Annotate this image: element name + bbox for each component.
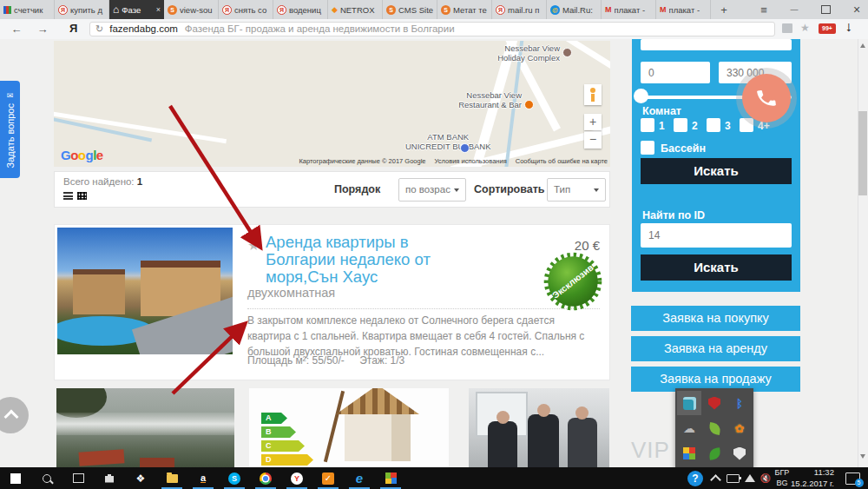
purchase-request-button[interactable]: Заявка на покупку	[631, 306, 800, 331]
pegman-icon	[591, 94, 595, 102]
address-bar[interactable]: fazendabg.com Фазенда БГ- продажа и арен…	[89, 22, 775, 36]
page-scrollbar[interactable]	[858, 39, 868, 467]
yandex-browser-button[interactable]: Y	[281, 467, 312, 489]
new-tab-button[interactable]	[713, 0, 734, 19]
scrollbar-thumb[interactable]	[858, 111, 867, 195]
chrome-button[interactable]	[250, 467, 281, 489]
listing-thumb-landscape[interactable]	[56, 388, 234, 467]
search-button[interactable]: Искать	[641, 158, 792, 184]
rooms-3-checkbox[interactable]	[707, 118, 720, 132]
tab-meta[interactable]: Метат те	[437, 0, 492, 19]
map-terms-link[interactable]: Условия использования	[435, 157, 507, 165]
back-icon[interactable]	[9, 22, 24, 36]
google-map[interactable]: Nessebar View Holiday Complex Nessebar V…	[54, 41, 610, 167]
price-min-input[interactable]	[641, 62, 710, 83]
pool-checkbox[interactable]	[641, 141, 654, 155]
rent-request-button[interactable]: Заявка на аренду	[631, 336, 800, 361]
ask-question-tab[interactable]: Задать вопрос	[0, 81, 20, 178]
tray-defender-icon[interactable]	[727, 441, 752, 466]
search-by-id-button[interactable]: Искать	[641, 254, 792, 281]
grid-view-icon[interactable]	[77, 192, 87, 200]
tab-netrox[interactable]: NETROX	[328, 0, 383, 19]
map-poi-icon[interactable]	[524, 100, 534, 109]
menu-icon[interactable]	[753, 0, 774, 19]
tab-viewsource[interactable]: view-sou	[164, 0, 219, 19]
list-view-icon[interactable]	[63, 192, 73, 200]
bookmark-star-icon[interactable]	[800, 22, 810, 34]
edge-button[interactable]: e	[344, 467, 375, 489]
tab-counter[interactable]: счетчик	[0, 0, 55, 19]
tray-antivirus-icon[interactable]	[702, 391, 727, 415]
tray-app-icon[interactable]	[677, 391, 701, 415]
tray-bluetooth-icon[interactable]: ᛒ	[727, 391, 752, 415]
type-select[interactable]: Тип	[547, 178, 606, 202]
id-input[interactable]	[641, 223, 792, 248]
minimize-button[interactable]	[784, 0, 805, 19]
rooms-2-checkbox[interactable]	[674, 118, 687, 132]
callback-phone-button[interactable]	[742, 74, 791, 122]
photo-roof	[79, 449, 125, 466]
yandex-logo-button[interactable]	[69, 22, 77, 35]
reload-icon[interactable]	[95, 23, 103, 35]
listing-thumb-energy-house[interactable]: A B C D	[249, 388, 449, 467]
action-center-button[interactable]: 5	[837, 467, 868, 489]
page-mode-icon[interactable]	[782, 23, 792, 33]
amazon-button[interactable]: a	[187, 467, 219, 489]
download-icon[interactable]	[846, 22, 852, 34]
battery-indicator[interactable]	[722, 467, 743, 489]
tasks-app-button[interactable]: ✓	[312, 467, 344, 489]
listing-thumb-business[interactable]	[469, 388, 609, 467]
tab-cms[interactable]: CMS Site	[383, 0, 437, 19]
taskbar-search[interactable]	[31, 467, 62, 489]
scrollbar-down-arrow[interactable]	[860, 454, 865, 459]
tray-flower-icon[interactable]: ✿	[727, 416, 752, 440]
pegman-streetview-control[interactable]	[584, 84, 602, 105]
amazon-icon: a	[201, 473, 206, 483]
tab-vodenica[interactable]: водениц	[273, 0, 328, 19]
scrollbar-up-arrow[interactable]	[860, 43, 865, 48]
bluetooth-icon: ᛒ	[736, 397, 743, 410]
task-view-button[interactable]	[62, 467, 94, 489]
tray-colorgrid-icon[interactable]	[677, 441, 701, 466]
tray-expand-button[interactable]	[707, 467, 724, 489]
dropbox-button[interactable]: ❖	[125, 467, 156, 489]
maximize-button[interactable]	[815, 0, 836, 19]
file-explorer-button[interactable]	[156, 467, 187, 489]
forward-icon[interactable]	[35, 22, 50, 36]
tray-leaf-icon[interactable]	[702, 416, 727, 440]
tab-mailru-search[interactable]: mail.ru п	[492, 0, 547, 19]
tab-rent[interactable]: снять со	[219, 0, 273, 19]
price-slider-handle[interactable]	[634, 89, 648, 103]
tab-plakat-1[interactable]: плакат -	[602, 0, 656, 19]
start-button[interactable]	[0, 467, 31, 489]
rooms-1-checkbox[interactable]	[641, 118, 654, 132]
listing-photo[interactable]	[57, 228, 233, 354]
tab-close-icon[interactable]: ×	[156, 5, 161, 14]
color-app-button[interactable]	[375, 467, 406, 489]
sidebar-top-input[interactable]	[641, 39, 792, 50]
tray-cloud-icon[interactable]: ☁	[677, 416, 701, 440]
tab-mailru[interactable]: Mail.Ru:	[547, 0, 602, 19]
map-zoom-in-button[interactable]: +	[584, 114, 602, 130]
tray-plant-icon[interactable]	[702, 441, 727, 466]
map-poi-icon[interactable]	[562, 48, 572, 57]
map-poi-icon[interactable]	[460, 143, 470, 153]
network-indicator[interactable]	[741, 467, 759, 489]
exclusive-badge: Эксклюзив	[542, 250, 604, 313]
store-button[interactable]	[94, 467, 125, 489]
map-report-link[interactable]: Сообщить об ошибке на карте	[516, 157, 608, 165]
adblock-counter-badge[interactable]: 99+	[819, 23, 836, 34]
skype-button[interactable]: S	[219, 467, 250, 489]
scroll-to-top-button[interactable]	[0, 397, 29, 433]
tab-plakat-2[interactable]: плакат -	[656, 0, 711, 19]
clock[interactable]: 11:3215.2.2017 г.	[788, 467, 837, 489]
flower-icon: ✿	[735, 422, 745, 435]
tab-fazenda-active[interactable]: Фазе×	[109, 0, 164, 19]
favorite-star-icon[interactable]	[247, 237, 260, 254]
tab-buy[interactable]: купить д	[55, 0, 109, 19]
listing-title-link[interactable]: Аренда квартиры в Болгарии недалеко от м…	[266, 234, 464, 286]
map-zoom-out-button[interactable]: −	[584, 131, 602, 149]
close-button[interactable]	[846, 0, 867, 19]
map-data-credit: Картографические данные © 2017 Google	[299, 157, 425, 165]
order-select[interactable]: по возрас	[398, 178, 466, 202]
